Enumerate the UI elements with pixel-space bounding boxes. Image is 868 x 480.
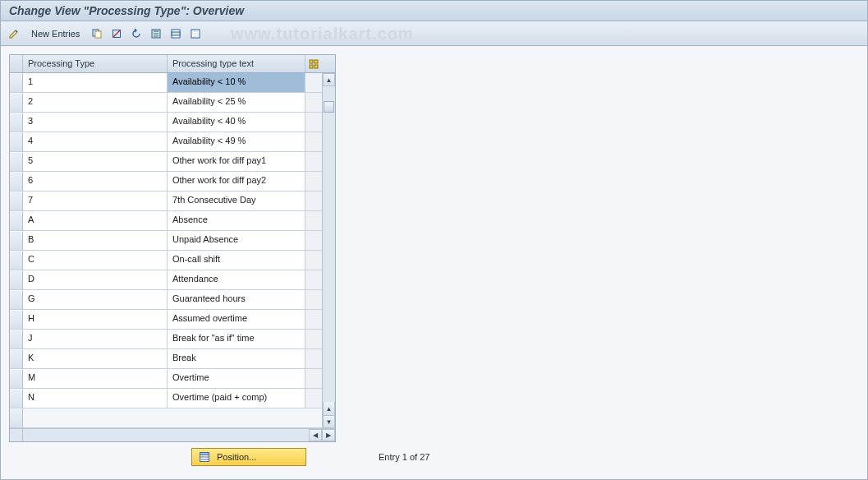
scroll-thumb[interactable] (324, 101, 334, 113)
cell-processing-type[interactable]: 3 (23, 113, 168, 132)
table-row[interactable]: BUnpaid Absence (10, 231, 322, 251)
svg-rect-10 (310, 65, 313, 68)
row-selector-header[interactable] (10, 55, 23, 72)
delete-icon[interactable] (108, 25, 125, 42)
cell-processing-type[interactable]: J (23, 330, 168, 348)
horizontal-scrollbar[interactable]: ◀ ▶ (10, 428, 335, 441)
cell-processing-type[interactable]: N (23, 389, 168, 408)
column-header-text[interactable]: Processing type text (168, 55, 305, 72)
table-row[interactable]: 2Availability < 25 % (10, 93, 322, 113)
table-row[interactable]: MOvertime (10, 369, 322, 389)
table-header: Processing Type Processing type text (10, 55, 335, 73)
row-selector[interactable] (10, 132, 23, 151)
cell-processing-text[interactable]: Other work for diff pay1 (168, 152, 305, 171)
row-selector[interactable] (10, 290, 23, 309)
row-selector[interactable] (10, 172, 23, 191)
table-row[interactable]: 3Availability < 40 % (10, 113, 322, 132)
table-row[interactable]: JBreak for "as if" time (10, 330, 322, 349)
cell-processing-text[interactable]: Overtime (168, 369, 305, 388)
select-block-icon[interactable] (168, 25, 184, 42)
row-selector[interactable] (10, 389, 23, 408)
cell-processing-text[interactable]: Other work for diff pay2 (168, 172, 305, 191)
scroll-track[interactable] (323, 86, 335, 402)
deselect-all-icon[interactable] (187, 25, 204, 42)
new-entries-button[interactable]: New Entries (25, 26, 85, 41)
cell-processing-type[interactable]: K (23, 349, 168, 368)
undo-change-icon[interactable] (128, 25, 145, 42)
scroll-up-small-icon[interactable]: ▲ (323, 402, 335, 415)
row-selector[interactable] (10, 231, 23, 250)
scroll-left-icon[interactable]: ◀ (309, 429, 322, 441)
cell-processing-text[interactable]: 7th Consecutive Day (168, 192, 305, 210)
cell-processing-type[interactable]: A (23, 211, 168, 230)
cell-processing-text[interactable]: Unpaid Absence (168, 231, 305, 250)
cell-processing-type[interactable]: G (23, 290, 168, 309)
row-selector[interactable] (10, 211, 23, 230)
vertical-scrollbar[interactable]: ▲ ▲ ▼ (322, 73, 335, 428)
scroll-up-icon[interactable]: ▲ (323, 73, 335, 86)
cell-processing-text[interactable]: Absence (168, 211, 305, 230)
row-selector[interactable] (10, 251, 23, 270)
cell-processing-type[interactable]: 4 (23, 132, 168, 151)
select-all-icon[interactable] (148, 25, 164, 42)
cell-processing-type[interactable]: 5 (23, 152, 168, 171)
window: Change View "Processing Type": Overview … (0, 0, 868, 480)
table-row[interactable]: COn-call shift (10, 251, 322, 270)
row-selector[interactable] (10, 369, 23, 388)
cell-processing-text[interactable]: Break for "as if" time (168, 330, 305, 348)
table-row[interactable]: GGuaranteed hours (10, 290, 322, 310)
table-row[interactable]: DAttendance (10, 270, 322, 290)
scroll-down-icon[interactable]: ▼ (323, 415, 335, 428)
cell-processing-type[interactable]: C (23, 251, 168, 270)
row-selector[interactable] (10, 349, 23, 368)
cell-processing-type[interactable]: H (23, 310, 168, 329)
row-selector[interactable] (10, 192, 23, 210)
cell-processing-type[interactable]: 2 (23, 93, 168, 112)
cell-processing-text[interactable]: Availability < 10 % (168, 73, 305, 92)
cell-processing-text[interactable]: Overtime (paid + comp) (168, 389, 305, 408)
column-header-type[interactable]: Processing Type (23, 55, 168, 72)
svg-rect-11 (315, 65, 318, 68)
blank-row (10, 408, 322, 428)
table-row[interactable]: 77th Consecutive Day (10, 192, 322, 211)
svg-rect-6 (172, 32, 180, 35)
cell-processing-text[interactable]: Availability < 25 % (168, 93, 305, 112)
position-button[interactable]: Position... (191, 448, 306, 466)
toggle-display-change-icon[interactable] (6, 25, 22, 42)
cell-processing-type[interactable]: 7 (23, 192, 168, 210)
scroll-right-icon[interactable]: ▶ (322, 429, 335, 441)
table-body: 1Availability < 10 %2Availability < 25 %… (10, 73, 335, 428)
table-row[interactable]: KBreak (10, 349, 322, 369)
table-row[interactable]: AAbsence (10, 211, 322, 231)
row-selector[interactable] (10, 270, 23, 289)
table-row[interactable]: 6Other work for diff pay2 (10, 172, 322, 192)
row-selector[interactable] (10, 330, 23, 348)
application-toolbar: New Entries www.tutorialkart.com (1, 21, 867, 46)
table-row[interactable]: HAssumed overtime (10, 310, 322, 330)
cell-processing-text[interactable]: Break (168, 349, 305, 368)
row-selector[interactable] (10, 408, 23, 427)
row-selector[interactable] (10, 152, 23, 171)
row-selector[interactable] (10, 113, 23, 132)
table-row[interactable]: NOvertime (paid + comp) (10, 389, 322, 408)
copy-as-icon[interactable] (89, 25, 105, 42)
table-row[interactable]: 4Availability < 49 % (10, 132, 322, 152)
cell-processing-type[interactable]: D (23, 270, 168, 289)
cell-processing-text[interactable]: Availability < 40 % (168, 113, 305, 132)
row-selector[interactable] (10, 73, 23, 92)
cell-processing-text[interactable]: Attendance (168, 270, 305, 289)
table-row[interactable]: 1Availability < 10 % (10, 73, 322, 93)
cell-processing-text[interactable]: Availability < 49 % (168, 132, 305, 151)
cell-processing-type[interactable]: B (23, 231, 168, 250)
cell-processing-type[interactable]: 1 (23, 73, 168, 92)
cell-processing-text[interactable]: On-call shift (168, 251, 305, 270)
table-settings-icon[interactable] (305, 55, 322, 72)
row-selector[interactable] (10, 310, 23, 329)
cell-processing-text[interactable]: Guaranteed hours (168, 290, 305, 309)
cell-processing-type[interactable]: 6 (23, 172, 168, 191)
cell-processing-type[interactable]: M (23, 369, 168, 388)
row-selector[interactable] (10, 93, 23, 112)
cell-processing-text[interactable]: Assumed overtime (168, 310, 305, 329)
table-row[interactable]: 5Other work for diff pay1 (10, 152, 322, 172)
entry-count-label: Entry 1 of 27 (379, 452, 429, 462)
